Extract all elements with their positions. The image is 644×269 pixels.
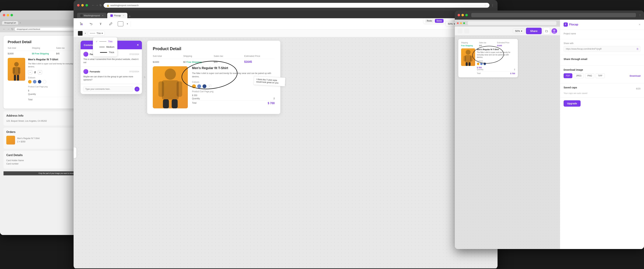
right-minimize-light[interactable] xyxy=(462,14,464,16)
download-image-title: Download image xyxy=(564,68,640,71)
colour-blue[interactable] xyxy=(33,80,36,84)
tab-washingtonpost[interactable]: Washingtonpost × xyxy=(77,13,106,18)
r-col-shipping: Shipping xyxy=(461,42,479,44)
maximize-traffic-light[interactable] xyxy=(10,14,13,16)
tab-flocap[interactable]: Flocap × xyxy=(107,13,127,18)
flocap-tab-close[interactable]: × xyxy=(123,14,124,17)
right-maximize-light[interactable] xyxy=(465,14,468,16)
right-mini-product: Men's Regular fit T-Shirt The Nike t-shi… xyxy=(461,48,515,75)
copy-link-icon[interactable]: ⎘ xyxy=(637,48,638,50)
colour-white[interactable] xyxy=(43,80,46,84)
shape-tool-button[interactable] xyxy=(118,21,123,26)
more-menu-icon[interactable]: ⋮ xyxy=(491,4,494,7)
right-close-light[interactable] xyxy=(458,14,460,16)
format-pdf[interactable]: PDF xyxy=(564,73,572,78)
minimize-traffic-light[interactable] xyxy=(7,14,9,16)
drag-handle[interactable]: ⠿ xyxy=(144,76,146,79)
canvas-colour-yellow[interactable] xyxy=(192,84,196,88)
canvas-colour-darkblue[interactable] xyxy=(202,84,206,88)
color-dropdown-arrow[interactable]: ▾ xyxy=(85,32,86,35)
colour-yellow[interactable] xyxy=(28,80,32,84)
svg-rect-14 xyxy=(163,99,169,108)
stroke-color-swatch[interactable] xyxy=(78,31,83,36)
right-qty-val: 2 xyxy=(514,69,515,71)
comment-input[interactable] xyxy=(83,86,133,92)
stroke-thick-option[interactable]: Thick xyxy=(93,50,117,55)
right-cart-card: Shipping Sales tax Estimated Price Free … xyxy=(458,39,518,77)
right-mini-tool-1[interactable] xyxy=(458,29,462,34)
back-button[interactable]: ← xyxy=(3,28,6,31)
stroke-medium-option[interactable]: Medium xyxy=(93,44,117,50)
close-traffic-light[interactable] xyxy=(3,14,5,16)
pen-tool-button[interactable] xyxy=(107,20,114,27)
canvas-val-estimated: $1645 xyxy=(244,60,275,64)
right-c-darkblue[interactable] xyxy=(484,63,486,65)
right-total-label: Total xyxy=(477,72,480,75)
download-link[interactable]: Download xyxy=(630,75,640,77)
cursor-tool-button[interactable] xyxy=(78,20,85,27)
center-minimize-light[interactable] xyxy=(81,4,84,7)
center-refresh[interactable]: ↻ xyxy=(100,4,102,7)
right-zoom-control[interactable]: 50% ▾ xyxy=(513,29,524,34)
canvas-colour-blue[interactable] xyxy=(197,84,201,88)
right-mini-tool-2[interactable] xyxy=(464,29,469,34)
canvas-qty-label: Quantity xyxy=(192,97,200,100)
tab-add-icon[interactable]: + xyxy=(20,21,21,24)
format-tiff[interactable]: TIFF xyxy=(596,73,604,78)
format-png[interactable]: PNG xyxy=(585,73,594,78)
comment-send-button[interactable]: › xyxy=(134,87,140,92)
stroke-thin-option[interactable]: ✓ Thin xyxy=(93,39,117,44)
comment-item-2: Fernando 07/22/2024 Maybe we can share i… xyxy=(80,67,142,84)
tab-add[interactable]: + xyxy=(129,15,131,18)
canvas-val-shipping-0: $0 xyxy=(183,61,186,63)
done-button[interactable]: Done xyxy=(435,19,444,23)
right-c-blue[interactable] xyxy=(480,63,483,65)
total-label: Total xyxy=(28,98,32,102)
right-zoom-arrow: ▾ xyxy=(521,30,522,33)
refresh-button[interactable]: ↻ xyxy=(11,28,14,31)
shape-dropdown-arrow[interactable]: ▾ xyxy=(127,23,128,25)
center-forward[interactable]: → xyxy=(96,4,98,7)
right-share-button[interactable]: Share xyxy=(526,28,542,34)
canvas-person-svg xyxy=(153,66,188,108)
right-product-name: Men's Regular fit T-Shirt xyxy=(477,48,515,51)
right-url-bar[interactable] xyxy=(471,13,636,17)
qty-increase[interactable]: + xyxy=(38,70,42,74)
left-panel-handle[interactable]: ⋮ xyxy=(74,147,76,158)
shopping-cart-tab[interactable]: ShoppingCart xyxy=(2,21,18,25)
right-mini-url[interactable] xyxy=(468,21,556,25)
right-more-icon[interactable]: ⋮ xyxy=(639,14,641,17)
format-jpeg[interactable]: JPEG xyxy=(574,73,584,78)
right-c-yellow[interactable] xyxy=(477,63,479,65)
svg-point-0 xyxy=(14,62,19,67)
add-colour-btn[interactable]: + xyxy=(208,84,212,88)
canvas-product-name: Men's Regular fit T-Shirt xyxy=(192,66,275,70)
colour-darkblue[interactable] xyxy=(38,80,41,84)
order-item-qty: 2 × $350 xyxy=(17,140,40,143)
canvas-col-estimated: Estimated Price xyxy=(244,55,275,57)
commenter-avatar-2 xyxy=(84,69,88,74)
upgrade-button[interactable]: Upgrade xyxy=(564,100,580,107)
comment-panel-close[interactable]: × xyxy=(137,43,139,47)
qty-decrease[interactable]: − xyxy=(28,70,32,74)
share-url-input[interactable]: https://www.flocap.com/link/4mFVyrgR ⎘ xyxy=(564,46,640,52)
center-close-light[interactable] xyxy=(77,4,80,7)
val-subtotal: $1600 xyxy=(8,53,32,55)
thin-line-preview xyxy=(90,33,95,33)
right-avatar-btn[interactable] xyxy=(552,28,557,34)
center-maximize-light[interactable] xyxy=(86,4,88,7)
text-tool-button[interactable]: T xyxy=(98,20,104,27)
wp-tab-close[interactable]: × xyxy=(102,14,104,17)
flocap-panel-close[interactable]: × xyxy=(638,23,640,27)
center-url-bar[interactable]: 🔒 washingtonpost.com/search ☆ xyxy=(104,3,490,8)
share-email-section: Share through email xyxy=(560,55,644,66)
center-back[interactable]: ← xyxy=(92,4,94,7)
forward-button[interactable]: → xyxy=(7,28,10,31)
redo-button[interactable]: Redo xyxy=(425,19,434,23)
stroke-weight-dropdown[interactable]: Thin ▾ xyxy=(88,31,105,36)
right-folder-btn[interactable] xyxy=(543,28,550,35)
comment-date-2: 07/22/2024 xyxy=(130,71,139,73)
right-mini-tl-red xyxy=(457,22,459,24)
undo-button[interactable] xyxy=(88,20,94,27)
order-thumb xyxy=(6,136,15,144)
